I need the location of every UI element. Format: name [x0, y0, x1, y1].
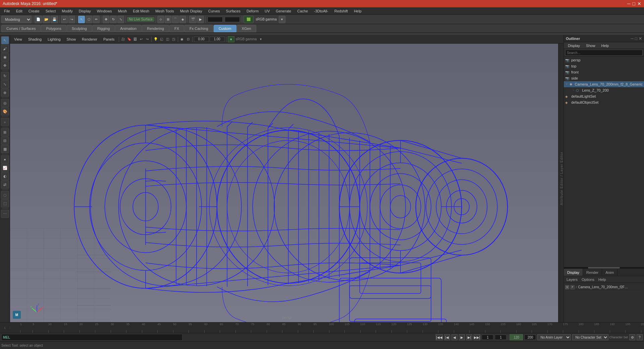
rotate-tool-button[interactable]: ↻ — [110, 16, 117, 23]
tab-fx-caching[interactable]: Fx Caching — [184, 25, 213, 32]
menu-surfaces[interactable]: Surfaces — [223, 8, 243, 14]
tab-rendering[interactable]: Rendering — [142, 25, 169, 32]
minimize-button[interactable]: ─ — [627, 1, 631, 6]
vp-isolate-icon[interactable]: ◉ — [179, 36, 185, 42]
value2-input[interactable]: 1.00 — [225, 17, 240, 22]
wireframe-icon[interactable]: ⬚ — [1, 199, 9, 207]
anim-layer-dropdown[interactable]: No Anim Layer — [537, 334, 571, 340]
menu-modify[interactable]: Modify — [59, 8, 75, 14]
vp-shadow-icon[interactable]: ◱ — [159, 36, 164, 42]
outliner-scroll-thumb[interactable] — [588, 267, 620, 268]
menu-3dtall[interactable]: -3DtoAll- — [311, 8, 331, 14]
prev-frame-button[interactable]: |◀ — [444, 334, 450, 340]
tab-custom[interactable]: Custom — [214, 25, 236, 32]
select-tool-button[interactable]: ↖ — [78, 16, 85, 23]
outliner-minimize[interactable]: ─ — [631, 36, 634, 41]
mode-dropdown[interactable]: Modeling — [1, 16, 32, 23]
snap-grid-button[interactable]: ⊞ — [165, 16, 171, 23]
ch-sub-help[interactable]: Help — [597, 278, 607, 282]
rotate-icon[interactable]: ↻ — [1, 72, 9, 80]
help-button[interactable]: ? — [637, 334, 643, 340]
menu-deform[interactable]: Deform — [244, 8, 261, 14]
sculpt-icon[interactable]: ◉ — [1, 53, 9, 61]
move-icon[interactable]: ✥ — [1, 61, 9, 69]
vp-menu-renderer[interactable]: Renderer — [79, 37, 100, 42]
paint-select-button[interactable]: ✏ — [93, 16, 100, 23]
gamma-dropdown[interactable]: ▾ — [279, 16, 285, 23]
grid-view-icon[interactable]: ⊞ — [1, 128, 9, 136]
ch-sub-layers[interactable]: Layers — [565, 278, 579, 282]
vp-menu-panels[interactable]: Panels — [101, 37, 117, 42]
paint-attr-icon[interactable]: 🎨 — [1, 107, 9, 115]
vp-lighting-icon[interactable]: 💡 — [153, 36, 158, 42]
vp-image-plane-icon[interactable]: 🖼 — [132, 36, 138, 42]
tab-animation[interactable]: Animation — [115, 25, 142, 32]
tab-sculpting[interactable]: Sculpting — [67, 25, 92, 32]
save-file-button[interactable]: 💾 — [51, 16, 58, 23]
gamma-input[interactable] — [210, 37, 225, 42]
char-set-dropdown[interactable]: No Character Set — [572, 334, 608, 340]
tab-rigging[interactable]: Rigging — [92, 25, 115, 32]
menu-file[interactable]: File — [1, 8, 13, 14]
close-button[interactable]: ✕ — [637, 1, 641, 6]
outliner-scrollbar[interactable] — [564, 266, 644, 268]
graph-editor-icon[interactable]: 📈 — [1, 164, 9, 172]
vp-color-icon[interactable]: ■ — [228, 36, 234, 42]
menu-mesh[interactable]: Mesh — [115, 8, 129, 14]
start-frame-input[interactable] — [482, 335, 493, 340]
next-frame-button[interactable]: ▶| — [466, 334, 472, 340]
snap-point-button[interactable]: ⊹ — [157, 16, 164, 23]
outliner-maximize[interactable]: □ — [635, 36, 637, 41]
snap-surface-button[interactable]: ◈ — [179, 16, 186, 23]
outliner-item-camera-lens-group[interactable]: ▼ ✱ Camera_Lens_70_200mm_f2_8_Generic — [564, 81, 644, 87]
color-management-button[interactable]: 🟩 — [244, 16, 254, 23]
ch-tab-display[interactable]: Display — [564, 269, 583, 276]
outliner-menu-display[interactable]: Display — [565, 44, 583, 48]
outliner-item-top[interactable]: 📷 top — [564, 63, 644, 69]
layer-visibility-toggle[interactable]: V — [565, 285, 569, 289]
menu-mesh-tools[interactable]: Mesh Tools — [153, 8, 176, 14]
ipr-render-button[interactable]: ▶ — [197, 16, 204, 23]
connection-editor-icon[interactable]: ⇄ — [1, 181, 9, 189]
new-file-button[interactable]: 📄 — [35, 16, 42, 23]
vp-menu-view[interactable]: View — [11, 37, 25, 42]
value1-input[interactable]: 0.00 — [208, 17, 223, 22]
vp-wire-icon[interactable]: ◳ — [171, 36, 176, 42]
outliner-close[interactable]: ✕ — [639, 36, 642, 41]
menu-display[interactable]: Display — [76, 8, 94, 14]
show-manip-icon[interactable]: ⬦ — [1, 118, 9, 126]
menu-curves[interactable]: Curves — [206, 8, 223, 14]
outliner-item-persp[interactable]: 📷 persp — [564, 57, 644, 63]
paint-tool-icon[interactable]: 🖌 — [1, 45, 9, 53]
menu-cache[interactable]: Cache — [294, 8, 311, 14]
blend-shape-icon[interactable]: ◐ — [1, 172, 9, 180]
maximize-button[interactable]: □ — [633, 1, 635, 6]
ch-tab-render[interactable]: Render — [583, 269, 602, 276]
range-end-input[interactable] — [524, 335, 536, 340]
menu-uv[interactable]: UV — [262, 8, 272, 14]
menu-edit[interactable]: Edit — [13, 8, 25, 14]
vp-undo-icon[interactable]: ↩ — [139, 36, 144, 42]
play-forward-button[interactable]: ▶ — [459, 334, 465, 340]
misc-icon[interactable]: ⋯ — [1, 210, 9, 218]
expand-icon-camera-lens[interactable]: ▼ — [565, 83, 568, 86]
play-back-button[interactable]: ◀ — [451, 334, 458, 340]
menu-generate[interactable]: Generate — [273, 8, 294, 14]
timeline-ruler[interactable]: 1510152025303540455055606570758085909510… — [20, 322, 644, 333]
menu-redshift[interactable]: Redshift — [332, 8, 351, 14]
vp-camera-icon[interactable]: 🎥 — [120, 36, 126, 42]
outliner-item-side[interactable]: 📷 side — [564, 75, 644, 81]
scale-icon[interactable]: ⤡ — [1, 80, 9, 88]
menu-create[interactable]: Create — [26, 8, 42, 14]
end-frame-input[interactable] — [511, 336, 521, 339]
layer-preference-toggle[interactable]: P — [571, 285, 575, 289]
ch-sub-options[interactable]: Options — [580, 278, 596, 282]
menu-help[interactable]: Help — [351, 8, 364, 14]
vp-srgb-dropdown[interactable]: ▾ — [258, 36, 263, 42]
render-icon[interactable]: ● — [1, 155, 9, 163]
outliner-menu-show[interactable]: Show — [583, 44, 598, 48]
vp-menu-lighting[interactable]: Lighting — [45, 37, 63, 42]
xray-icon[interactable]: ◌ — [1, 191, 9, 199]
layer-row-camera-lens[interactable]: V P / Camera_Lens_70_200mm_f2FBXASC0468_… — [565, 284, 643, 290]
outliner-item-front[interactable]: 📷 front — [564, 69, 644, 75]
